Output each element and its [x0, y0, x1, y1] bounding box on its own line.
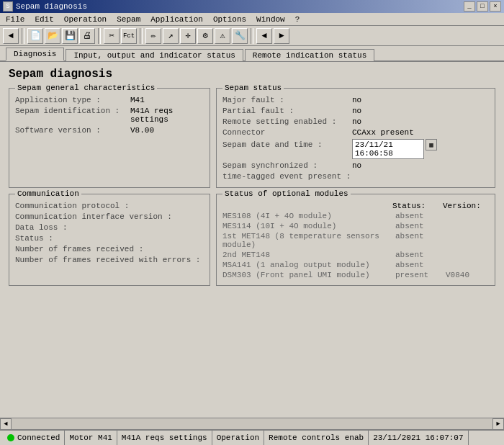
- field-identification-value: M41A reqs settings: [130, 107, 204, 124]
- toolbar-tool[interactable]: 🔧: [232, 28, 248, 44]
- minimize-button[interactable]: _: [464, 1, 475, 12]
- field-data-loss: Data loss :: [15, 223, 204, 232]
- module-status-0: absent: [395, 212, 446, 220]
- toolbar-open[interactable]: 📂: [45, 28, 60, 44]
- field-comm-interface: Communication interface version :: [15, 212, 204, 221]
- field-comm-status: Status :: [15, 234, 204, 243]
- module-version-0: [446, 212, 489, 220]
- scroll-left-button[interactable]: ◄: [0, 418, 12, 430]
- menu-operation[interactable]: Operation: [60, 14, 111, 24]
- module-name-0: MES108 (4I + 4O module): [222, 212, 395, 220]
- field-datetime: Sepam date and time : 23/11/21 16:06:58 …: [222, 139, 489, 159]
- field-comm-protocol-label: Communication protocol :: [15, 202, 159, 210]
- panel-modules: Status of optional modules Status: Versi…: [216, 194, 495, 286]
- menu-bar: File Edit Operation Sepam Application Op…: [0, 13, 504, 26]
- panel-modules-title: Status of optional modules: [222, 189, 351, 198]
- toolbar-crosshair[interactable]: ✛: [180, 28, 196, 44]
- module-version-1: [446, 222, 489, 230]
- module-version-4: [446, 261, 489, 269]
- field-identification-label: Sepam identification :: [15, 107, 130, 115]
- maximize-button[interactable]: □: [477, 1, 488, 12]
- field-remote-setting-value: no: [352, 117, 361, 126]
- title-bar: S Sepam diagnosis _ □ ×: [0, 0, 504, 13]
- module-status-2: absent: [395, 232, 446, 249]
- connection-indicator: [7, 434, 14, 441]
- field-synced: Sepam synchronized : no: [222, 161, 489, 170]
- menu-help[interactable]: ?: [291, 14, 305, 24]
- field-major-fault-value: no: [352, 96, 361, 104]
- status-connected: Connected: [3, 431, 65, 445]
- panel-communication: Communication Communication protocol : C…: [9, 194, 210, 286]
- scroll-track[interactable]: [12, 418, 492, 430]
- tab-remote-status[interactable]: Remote indication status: [245, 49, 374, 61]
- toolbar-print[interactable]: 🖨: [79, 28, 95, 44]
- field-comm-interface-label: Communication interface version :: [15, 212, 172, 221]
- module-row-0: MES108 (4I + 4O module) absent: [222, 212, 489, 220]
- toolbar-cursor[interactable]: ↗: [163, 28, 179, 44]
- tab-diagnosis[interactable]: Diagnosis: [6, 48, 64, 61]
- menu-sepam[interactable]: Sepam: [112, 14, 145, 24]
- field-partial-fault-label: Partial fault :: [222, 107, 352, 115]
- menu-options[interactable]: Options: [209, 14, 251, 24]
- toolbar-fct[interactable]: Fct: [121, 28, 137, 44]
- scroll-right-button[interactable]: ►: [492, 418, 504, 430]
- tab-io-status[interactable]: Input, output and indicator status: [66, 49, 243, 61]
- toolbar-pen[interactable]: ✏: [145, 28, 161, 44]
- toolbar-back[interactable]: ◄: [3, 28, 19, 44]
- page-title: Sepam diagnosis: [9, 68, 495, 81]
- calendar-icon[interactable]: ▦: [426, 139, 437, 150]
- menu-window[interactable]: Window: [252, 14, 289, 24]
- module-status-3: absent: [395, 251, 446, 259]
- main-content: Sepam diagnosis Sepam general characteri…: [0, 62, 504, 429]
- module-row-5: DSM303 (Front panel UMI module) present …: [222, 271, 489, 279]
- module-name-4: MSA141 (1 analog output module): [222, 261, 395, 269]
- module-status-1: absent: [395, 222, 446, 230]
- close-button[interactable]: ×: [490, 1, 501, 12]
- field-data-loss-label: Data loss :: [15, 223, 159, 232]
- field-frames-received-label: Number of frames received :: [15, 245, 159, 253]
- panel-status: Sepam status Major fault : no Partial fa…: [216, 88, 495, 188]
- toolbar-link[interactable]: ⚙: [197, 28, 213, 44]
- status-remote: Remote controls enab: [264, 431, 369, 445]
- field-comm-status-label: Status :: [15, 234, 159, 243]
- toolbar-cut[interactable]: ✂: [104, 28, 120, 44]
- field-time-tagged: time-tagged event present :: [222, 172, 489, 181]
- field-partial-fault: Partial fault : no: [222, 107, 489, 115]
- module-name-5: DSM303 (Front panel UMI module): [222, 271, 395, 279]
- field-software-value: V8.00: [130, 126, 154, 135]
- field-connector-value: CCAxx present: [352, 128, 414, 137]
- field-frames-received: Number of frames received :: [15, 245, 204, 253]
- status-bar: Connected Motor M41 M41A reqs settings O…: [0, 429, 504, 445]
- toolbar: ◄ 📄 📂 💾 🖨 ✂ Fct ✏ ↗ ✛ ⚙ ⚠ 🔧 ◄ ►: [0, 26, 504, 46]
- field-connector: Connector CCAxx present: [222, 128, 489, 137]
- toolbar-left[interactable]: ◄: [256, 28, 272, 44]
- field-app-type: Application type : M41: [15, 96, 204, 104]
- panel-general-title: Sepam general characteristics: [15, 84, 157, 92]
- field-major-fault-label: Major fault :: [222, 96, 352, 104]
- menu-application[interactable]: Application: [146, 14, 207, 24]
- module-row-1: MES114 (10I + 4O module) absent: [222, 222, 489, 230]
- tabs-bar: Diagnosis Input, output and indicator st…: [0, 46, 504, 62]
- app-icon: S: [3, 1, 13, 12]
- field-datetime-value[interactable]: 23/11/21 16:06:58: [352, 139, 424, 159]
- toolbar-warning[interactable]: ⚠: [215, 28, 230, 44]
- toolbar-separator-2: [98, 28, 101, 44]
- menu-file[interactable]: File: [1, 14, 29, 24]
- module-status-5: present: [395, 271, 446, 279]
- horizontal-scrollbar[interactable]: ◄ ►: [0, 418, 504, 429]
- menu-edit[interactable]: Edit: [30, 14, 58, 24]
- toolbar-save[interactable]: 💾: [62, 28, 78, 44]
- panel-status-title: Sepam status: [222, 84, 284, 92]
- module-version-2: [446, 232, 489, 249]
- window-title: Sepam diagnosis: [16, 2, 87, 11]
- field-comm-protocol: Communication protocol :: [15, 202, 204, 210]
- module-name-1: MES114 (10I + 4O module): [222, 222, 395, 230]
- field-app-type-label: Application type :: [15, 96, 130, 104]
- toolbar-new[interactable]: 📄: [27, 28, 43, 44]
- module-row-3: 2nd MET148 absent: [222, 251, 489, 259]
- col-status-header: Status:: [392, 202, 443, 210]
- toolbar-right[interactable]: ►: [274, 28, 289, 44]
- field-app-type-value: M41: [130, 96, 145, 104]
- field-datetime-label: Sepam date and time :: [222, 140, 352, 149]
- status-device: Motor M41: [65, 431, 117, 445]
